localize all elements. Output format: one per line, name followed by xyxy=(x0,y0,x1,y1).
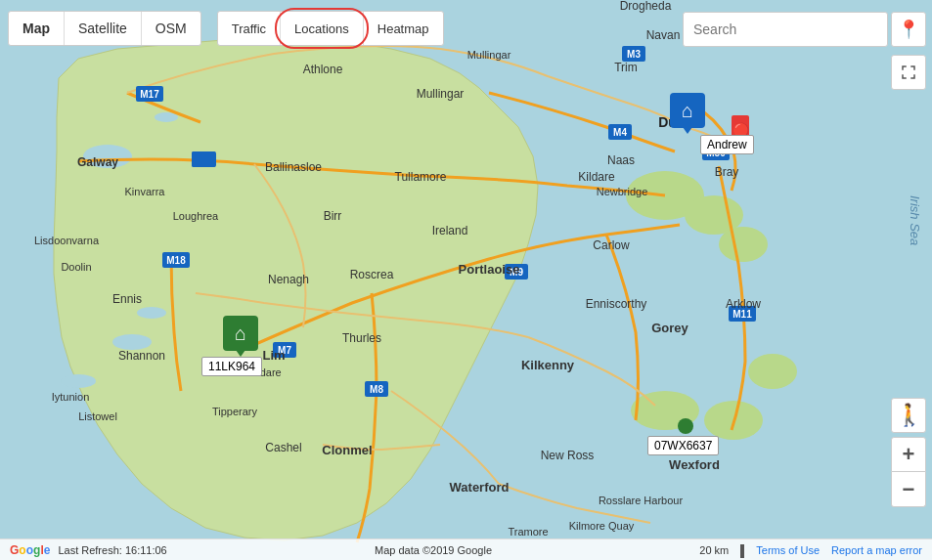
svg-text:Clonmel: Clonmel xyxy=(322,443,372,457)
svg-point-3 xyxy=(112,334,152,350)
svg-text:Naas: Naas xyxy=(607,153,635,167)
svg-text:Kilmore Quay: Kilmore Quay xyxy=(569,520,635,532)
svg-text:Enniscorthy: Enniscorthy xyxy=(586,297,647,311)
map-background: M6 M4 M50 M3 M17 M18 M7 M6 M8 M9 M11 xyxy=(0,0,932,560)
svg-point-12 xyxy=(748,354,797,389)
svg-text:Ireland: Ireland xyxy=(432,224,468,237)
svg-text:Ballinasloe: Ballinasloe xyxy=(265,160,322,174)
svg-text:Mullingar: Mullingar xyxy=(417,87,465,101)
svg-text:Lisdoonvarna: Lisdoonvarna xyxy=(34,235,100,246)
svg-text:M17: M17 xyxy=(140,89,159,100)
svg-text:M8: M8 xyxy=(370,384,383,395)
map-container: M6 M4 M50 M3 M17 M18 M7 M6 M8 M9 M11 xyxy=(0,0,932,560)
svg-text:Tipperary: Tipperary xyxy=(212,406,258,417)
svg-rect-35 xyxy=(193,151,216,167)
home-icon-dublin: ⌂ xyxy=(670,93,705,128)
tab-satellite[interactable]: Satellite xyxy=(65,12,142,45)
svg-text:Gorey: Gorey xyxy=(651,321,688,335)
last-refresh-time: 16:11:06 xyxy=(125,544,167,556)
pin-icon: 📍 xyxy=(898,19,919,40)
zoom-in-button[interactable]: + xyxy=(891,437,926,472)
svg-text:Doolin: Doolin xyxy=(61,261,91,273)
svg-text:Athlone: Athlone xyxy=(303,63,343,76)
svg-text:Galway: Galway xyxy=(77,155,118,169)
search-input[interactable]: Search xyxy=(683,12,888,47)
pin-location-button[interactable]: 📍 xyxy=(891,12,926,47)
tab-map[interactable]: Map xyxy=(9,12,65,45)
svg-point-4 xyxy=(137,307,166,319)
svg-text:Newbridge: Newbridge xyxy=(597,186,648,197)
svg-text:Ennis: Ennis xyxy=(112,292,142,306)
svg-text:Tullamore: Tullamore xyxy=(395,170,447,184)
map-type-tabs: Map Satellite OSM xyxy=(8,11,201,46)
label-andrew: Andrew xyxy=(700,135,754,154)
streetview-icon: 🚶 xyxy=(896,403,922,428)
svg-text:Carlow: Carlow xyxy=(593,238,630,252)
tab-locations[interactable]: Locations xyxy=(281,12,364,45)
label-wexford-plate: 07WX6637 xyxy=(647,436,719,455)
marker-dublin-home[interactable]: ⌂ xyxy=(670,93,705,128)
report-error-link[interactable]: Report a map error xyxy=(831,544,922,556)
svg-text:Listowel: Listowel xyxy=(78,410,117,422)
scale-bar xyxy=(740,544,744,556)
map-data-label: Map data ©2019 Google xyxy=(167,544,700,556)
svg-text:M18: M18 xyxy=(166,255,186,266)
status-right: 20 km Terms of Use Report a map error xyxy=(699,544,922,556)
svg-text:Roscrea: Roscrea xyxy=(350,268,394,281)
tab-traffic[interactable]: Traffic xyxy=(218,12,281,45)
svg-point-6 xyxy=(155,112,178,122)
svg-text:Loughrea: Loughrea xyxy=(173,210,219,222)
svg-text:M4: M4 xyxy=(613,127,627,138)
svg-text:Mullingar: Mullingar xyxy=(467,49,511,61)
last-refresh-label: Last Refresh: xyxy=(58,544,121,556)
sea-label: Irish Sea xyxy=(908,195,922,245)
terms-of-use-link[interactable]: Terms of Use xyxy=(756,544,820,556)
zoom-out-button[interactable]: − xyxy=(891,472,926,507)
svg-text:Kinvarra: Kinvarra xyxy=(125,186,166,197)
svg-text:Trim: Trim xyxy=(614,61,638,74)
svg-text:Bray: Bray xyxy=(715,165,739,179)
svg-point-9 xyxy=(719,227,768,262)
svg-point-5 xyxy=(61,374,96,388)
svg-text:M3: M3 xyxy=(627,49,641,60)
svg-text:Shannon: Shannon xyxy=(118,349,165,363)
svg-text:New Ross: New Ross xyxy=(541,449,595,462)
svg-text:Kildare: Kildare xyxy=(578,170,615,184)
label-limerick-plate: 11LK964 xyxy=(201,357,262,376)
scale-label: 20 km xyxy=(699,544,729,556)
svg-text:Cashel: Cashel xyxy=(265,441,301,454)
svg-text:Wexford: Wexford xyxy=(669,457,720,472)
svg-text:Tramore: Tramore xyxy=(508,526,548,538)
marker-limerick-home[interactable]: ⌂ xyxy=(223,316,258,351)
zoom-in-icon: + xyxy=(903,442,915,467)
tab-heatmap[interactable]: Heatmap xyxy=(364,12,443,45)
svg-text:Thurles: Thurles xyxy=(342,331,381,345)
status-bar: Google Last Refresh: 16:11:06 Map data ©… xyxy=(0,538,932,560)
svg-text:Drogheda: Drogheda xyxy=(620,0,672,13)
search-area: Search xyxy=(683,12,888,47)
svg-text:Iytunion: Iytunion xyxy=(52,391,90,403)
svg-text:Portlaoise: Portlaoise xyxy=(459,262,520,277)
fullscreen-icon xyxy=(900,64,917,81)
streetview-button[interactable]: 🚶 xyxy=(891,398,926,433)
home-icon-limerick: ⌂ xyxy=(223,316,258,351)
svg-text:Nenagh: Nenagh xyxy=(268,273,309,286)
marker-wexford-dot[interactable] xyxy=(678,418,693,434)
svg-text:Navan: Navan xyxy=(646,28,681,42)
svg-text:Kilkenny: Kilkenny xyxy=(521,358,575,372)
google-logo: Google xyxy=(10,543,50,557)
zoom-out-icon: − xyxy=(903,477,915,502)
overlay-tabs: Traffic Locations Heatmap xyxy=(217,11,444,46)
svg-text:Rosslare Harbour: Rosslare Harbour xyxy=(599,495,684,506)
svg-text:Arklow: Arklow xyxy=(726,297,761,311)
svg-text:Lim: Lim xyxy=(262,348,285,363)
fullscreen-button[interactable] xyxy=(891,55,926,90)
tab-osm[interactable]: OSM xyxy=(142,12,200,45)
svg-text:Birr: Birr xyxy=(324,209,342,223)
svg-text:Waterford: Waterford xyxy=(450,480,510,495)
